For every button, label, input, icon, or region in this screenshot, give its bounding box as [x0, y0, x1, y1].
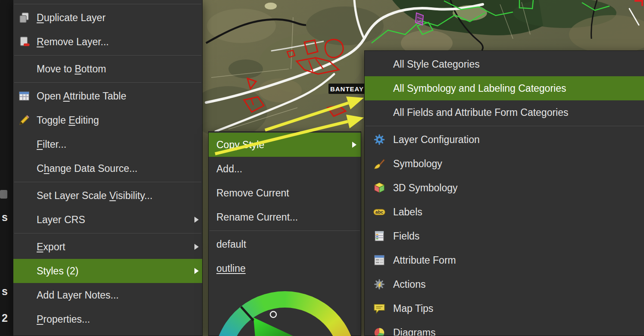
menu-item-symbology[interactable]: Symbology: [365, 152, 644, 176]
menu-item-attribute-form[interactable]: Attribute Form: [365, 248, 644, 272]
menu-item-label: Diagrams: [393, 327, 435, 336]
menu-item-open-attribute-table[interactable]: Open Attribute Table: [13, 84, 202, 108]
actions-icon: [372, 278, 387, 291]
duplicate-layer-icon: [16, 11, 32, 24]
map-tips-icon: [372, 302, 387, 315]
menu-item-all-symbology-and-labeling[interactable]: All Symbology and Labeling Categories: [365, 76, 644, 100]
menu-item-layer-crs[interactable]: Layer CRS: [13, 208, 202, 232]
menu-item-label: Layer CRS: [37, 214, 85, 226]
clipped-layer-name-text: 2: [2, 313, 8, 324]
menu-item-set-layer-scale-visibility[interactable]: Set Layer Scale Visibility...: [13, 184, 202, 208]
clipped-layer-name-text: s: [2, 286, 8, 297]
menu-item-style-default[interactable]: default: [209, 232, 361, 256]
map-purple-parcel: [416, 13, 423, 25]
menu-item-filter[interactable]: Filter...: [13, 132, 202, 156]
menu-item-label: Layer Configuration: [393, 134, 480, 146]
attribute-table-icon: [16, 90, 32, 103]
menu-item-remove-current[interactable]: Remove Current: [209, 181, 361, 205]
menu-item-fields[interactable]: Fields: [365, 224, 644, 248]
submenu-arrow-icon: [352, 142, 356, 148]
menu-item-label: Rename Current...: [216, 212, 298, 223]
menu-item-duplicate-layer[interactable]: Duplicate Layer: [13, 6, 202, 30]
triangle-highlight: [253, 317, 339, 336]
map-place-label-group: BANTEAY: [328, 84, 366, 94]
menu-item-all-fields-and-attribute-form[interactable]: All Fields and Attribute Form Categories: [365, 100, 644, 124]
menu-separator: [14, 233, 201, 233]
menu-item-label: Change Data Source...: [37, 163, 138, 174]
menu-item-layer-configuration[interactable]: Layer Configuration: [365, 128, 644, 152]
fields-icon: [372, 230, 387, 243]
menu-item-label: Add...: [216, 163, 242, 175]
menu-item-add-layer-notes[interactable]: Add Layer Notes...: [13, 283, 202, 307]
clipped-panel-icon: [0, 190, 7, 199]
remove-layer-icon: [16, 35, 32, 48]
pencil-icon: [16, 114, 32, 127]
menu-item-label: Actions: [393, 279, 425, 290]
menu-item-labels[interactable]: abcLabels: [365, 200, 644, 224]
attribute-form-icon: [372, 254, 387, 267]
symbology-icon: [372, 157, 387, 170]
svg-text:abc: abc: [375, 209, 383, 215]
menu-separator: [14, 182, 201, 182]
symbology-3d-icon: [372, 181, 387, 194]
menu-separator: [14, 55, 201, 56]
menu-item-move-to-bottom[interactable]: Move to Bottom: [13, 57, 202, 81]
menu-item-label: Copy Style: [216, 139, 264, 151]
menu-item-label: Add Layer Notes...: [37, 289, 119, 301]
menu-item-toggle-editing[interactable]: Toggle Editing: [13, 108, 202, 132]
copy-style-submenu: All Style CategoriesAll Symbology and La…: [364, 50, 644, 336]
map-place-label: BANTEAY: [330, 85, 364, 93]
menu-item-label: All Style Categories: [393, 59, 480, 70]
submenu-arrow-icon: [194, 268, 199, 274]
menu-item-properties[interactable]: Properties...: [13, 307, 202, 331]
menu-item-add-style[interactable]: Add...: [209, 157, 361, 181]
menu-item-label: Styles (2): [37, 265, 78, 277]
saturation-triangle[interactable]: [214, 291, 356, 336]
menu-item-label: Remove Layer...: [37, 36, 109, 48]
menu-item-copy-style[interactable]: Copy Style: [209, 133, 361, 157]
layer-configuration-icon: [372, 133, 387, 146]
layer-context-menu: Duplicate LayerRemove Layer...Move to Bo…: [13, 0, 203, 336]
diagrams-icon: [372, 326, 387, 336]
labels-icon: abc: [372, 205, 387, 218]
menu-item-rename-current[interactable]: Rename Current...: [209, 205, 361, 229]
menu-item-label: default: [216, 239, 246, 250]
styles-submenu: Copy StyleAdd...Remove CurrentRename Cur…: [208, 131, 361, 336]
menu-separator: [14, 82, 201, 83]
menu-separator: [14, 4, 201, 4]
submenu-arrow-icon: [194, 244, 199, 250]
hue-marker[interactable]: [241, 307, 253, 320]
menu-separator: [209, 230, 360, 231]
menu-item-label: All Symbology and Labeling Categories: [393, 83, 566, 94]
menu-item-change-data-source[interactable]: Change Data Source...: [13, 156, 202, 180]
menu-item-label: Attribute Form: [393, 255, 456, 266]
saturation-marker[interactable]: [270, 311, 276, 317]
layers-panel-edge: ss2: [0, 0, 13, 336]
menu-item-styles[interactable]: Styles (2): [13, 259, 202, 283]
menu-item-label: Fields: [393, 230, 419, 242]
menu-item-label: Set Layer Scale Visibility...: [37, 190, 153, 202]
menu-item-label: Duplicate Layer: [37, 12, 106, 24]
qgis-window: BANTEAY ss2 Duplicate LayerRemove Layer.…: [0, 0, 644, 336]
menu-item-map-tips[interactable]: Map Tips: [365, 296, 644, 320]
menu-item-export[interactable]: Export: [13, 235, 202, 259]
menu-item-symbology-3d[interactable]: 3D Symbology: [365, 176, 644, 200]
menu-item-label: All Fields and Attribute Form Categories: [393, 107, 569, 118]
menu-item-all-style-categories[interactable]: All Style Categories: [365, 52, 644, 76]
menu-item-label: Symbology: [393, 158, 442, 170]
menu-item-label: Export: [37, 241, 65, 253]
menu-item-label: Toggle Editing: [37, 115, 99, 126]
menu-item-style-outline[interactable]: outline: [209, 256, 361, 280]
menu-item-label: Map Tips: [393, 303, 433, 314]
menu-item-actions[interactable]: Actions: [365, 272, 644, 296]
menu-item-remove-layer[interactable]: Remove Layer...: [13, 30, 202, 54]
menu-item-label: Move to Bottom: [37, 63, 106, 75]
color-wheel[interactable]: [214, 291, 356, 336]
menu-item-label: outline: [216, 263, 246, 274]
submenu-arrow-icon: [194, 217, 199, 223]
clipped-layer-name-text: s: [2, 212, 8, 223]
menu-separator: [366, 126, 644, 126]
menu-item-diagrams[interactable]: Diagrams: [365, 320, 644, 336]
menu-item-label: Open Attribute Table: [37, 90, 126, 102]
menu-item-label: 3D Symbology: [393, 182, 458, 194]
